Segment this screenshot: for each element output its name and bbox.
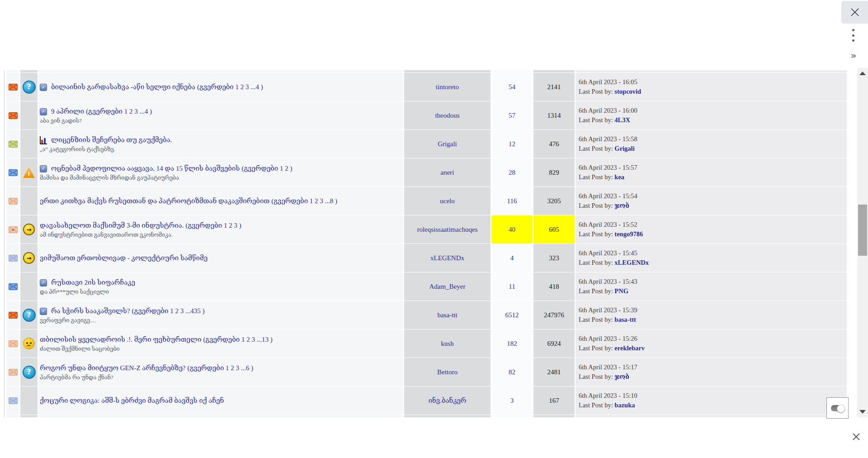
topic-pages-links[interactable]: (გვერდები 1 2 3 ...6 ) [187,364,253,372]
last-post-user-link[interactable]: PNG [614,287,628,295]
check-icon: ✓ [40,165,47,172]
last-post-user-link[interactable]: kea [614,173,624,181]
replies-count[interactable]: 12 [509,140,515,148]
kebab-menu-icon [852,29,854,31]
topic-title-link[interactable]: ვიმუშაოთ ერთობლივად - კოლექტიური სამწიმე [40,254,208,262]
last-post-user-link[interactable]: 4L3X [614,116,630,124]
last-post-cell: 6th April 2023 - 15:10 Last Post by: baz… [576,386,847,415]
topic-title-link[interactable]: ლიცენზიის შეჩერება თუ გაუქმება. [51,136,172,143]
scroll-up-icon[interactable] [859,72,866,75]
topic-author-link[interactable]: kush [441,340,453,348]
last-post-user-link[interactable]: ჯობ [614,202,629,209]
topic-title-link[interactable]: რუსთავი 2ის სიფარჩაკე [51,279,135,286]
topic-author-link[interactable]: theodous [435,112,459,119]
replies-cell: 12 [491,130,533,158]
title-cell: ✓ რა სჭირს სააკაშვილს? (გვერდები 1 2 3 .… [38,301,403,329]
topic-author-link[interactable]: tintoreto [436,83,459,91]
scrollbar-track[interactable] [857,68,868,417]
topic-author-link[interactable]: aneri [441,169,454,177]
chevron-double-right-icon[interactable]: » [848,50,859,62]
last-post-user-link[interactable]: basa-ttt [614,316,636,323]
topic-description: მამისა და მამინაცვლის მხრიდან გაუპატიურე… [40,174,403,182]
topic-title-link[interactable]: რა სჭირს სააკაშვილს? [51,307,130,315]
envelope-cell [7,130,19,158]
topic-title-link[interactable]: ბილაინის გარდასახვა -აწი სელფი იქნება [51,83,195,91]
replies-cell: 6512 [491,301,533,329]
last-post-user-link[interactable]: ereklebarv [614,344,645,352]
topic-title-link[interactable]: ერთი კითხვა მაქვს რუსეთთან და პატრიოტიზმ… [40,197,269,205]
topic-title-link[interactable]: როგორ უნდა მიიტყუო GEN-Z არჩევნებზე? [40,364,185,372]
views-cell: 3205 [533,187,575,215]
toggle-switch[interactable] [831,405,844,411]
replies-count[interactable]: 116 [507,197,517,205]
topic-pages-links[interactable]: (გვერდები 1 2 3 ...435 ) [132,307,205,315]
last-post-date: 6th April 2023 - 15:45 [579,248,847,258]
last-post-user-link[interactable]: Grigali [614,145,634,152]
views-cell: 418 [533,272,575,301]
author-cell: ucelo [404,187,491,215]
topic-description: აბა ვინ გადის? [40,117,403,125]
last-post-date: 6th April 2023 - 15:54 [579,191,847,201]
topic-pages-links[interactable]: (გვერდები 1 2 3 ) [185,222,241,229]
partial-row-top [7,70,847,72]
topic-pages-links[interactable]: (გვერდები 1 2 3 ...4 ) [197,83,263,91]
last-post-date: 6th April 2023 - 15:10 [579,391,847,401]
topic-title-link[interactable]: დავასახელოთ მაქსიმუმ 3-მი ინდუსტრია. [40,222,184,229]
title-cell: ვიმუშაოთ ერთობლივად - კოლექტიური სამწიმე [38,244,403,272]
topic-rows: ? ✓ ბილაინის გარდასახვა -აწი სელფი იქნებ… [7,73,847,415]
topic-title-link[interactable]: 9 აპრილი [51,108,84,115]
replies-count[interactable]: 3 [510,397,514,405]
topic-pages-links[interactable]: (გვერდები 1 2 3 ...4 ) [86,108,152,115]
topic-pages-links[interactable]: (გვერდები 1 2 3 ...8 ) [271,197,337,205]
replies-count[interactable]: 57 [509,112,515,119]
author-cell: roleqsissaatimachuqes [404,215,491,243]
title-cell: ლიცენზიის შეჩერება თუ გაუქმება. „ა“ კატე… [38,130,403,158]
replies-cell: 57 [491,101,533,129]
scroll-down-icon[interactable] [859,410,866,414]
last-post-user-link[interactable]: stopcovid [614,88,641,95]
topic-author-link[interactable]: Grigali [438,140,457,148]
topic-author-link[interactable]: roleqsissaatimachuqes [417,226,477,234]
topic-author-link[interactable]: xLEGENDx [430,254,464,262]
topic-author-link[interactable]: ინვ.ბანკერ [429,396,467,405]
topic-pages-links[interactable]: (გვერდები 1 2 3 ...13 ) [203,336,272,343]
replies-count[interactable]: 11 [509,283,515,291]
topic-author-link[interactable]: basa-ttt [437,311,457,319]
replies-count[interactable]: 54 [509,83,515,91]
last-post-user-link[interactable]: bazuka [614,401,635,409]
topic-author-link[interactable]: Bettoro [437,368,458,376]
replies-count[interactable]: 182 [507,340,517,348]
question-status-icon: ? [23,81,36,94]
replies-count[interactable]: 28 [509,169,515,177]
table-row: ერთი კითხვა მაქვს რუსეთთან და პატრიოტიზმ… [7,187,847,215]
close-button-bottom[interactable] [852,432,861,441]
topic-author-link[interactable]: Adam_Beyer [429,283,466,291]
green-envelope-icon [9,141,18,148]
replies-count[interactable]: 6512 [505,311,519,319]
moved-status-icon: → [23,252,35,264]
last-post-by-label: Last Post by: [579,116,613,124]
topic-title-link[interactable]: ოცნებამ პედოფილია ააყვავა, 14 და 15 წლის… [51,165,240,172]
table-row: თბილისის ყველადროის .!. მერი ფეხბურთელი … [7,329,847,358]
topic-title-link[interactable]: თბილისის ყველადროის .!. მერი ფეხბურთელი [40,336,201,343]
last-post-user-link[interactable]: ჯობ [614,373,629,380]
table-row: ? ✓ ბილაინის გარდასახვა -აწი სელფი იქნებ… [7,73,847,101]
table-row: ✓ რუსთავი 2ის სიფარჩაკე და პრ***ული საქც… [7,272,847,301]
close-button[interactable] [841,1,868,24]
replies-count[interactable]: 4 [510,254,514,262]
last-post-user-link[interactable]: xLEGENDx [614,259,649,266]
scrollbar-thumb[interactable] [858,205,867,256]
replies-count[interactable]: 82 [509,368,515,376]
kebab-menu-button[interactable] [850,29,856,42]
replies-cell: 54 [491,73,533,101]
topic-author-link[interactable]: ucelo [440,197,454,205]
views-count: 3205 [547,197,561,205]
last-post-user-link[interactable]: tengo9786 [614,230,643,238]
pale-envelope-icon [9,198,18,205]
topic-title-link[interactable]: ქოცური ლოგიკა: აშშ-ს ებრძვი მაგრამ ბავშვ… [40,397,224,404]
last-post-cell: 6th April 2023 - 15:57 Last Post by: kea [576,158,847,186]
author-cell: kush [404,329,491,358]
status-cell [20,329,38,358]
replies-count[interactable]: 40 [509,226,515,234]
topic-pages-links[interactable]: (გვერდები 1 2 ) [241,165,292,172]
